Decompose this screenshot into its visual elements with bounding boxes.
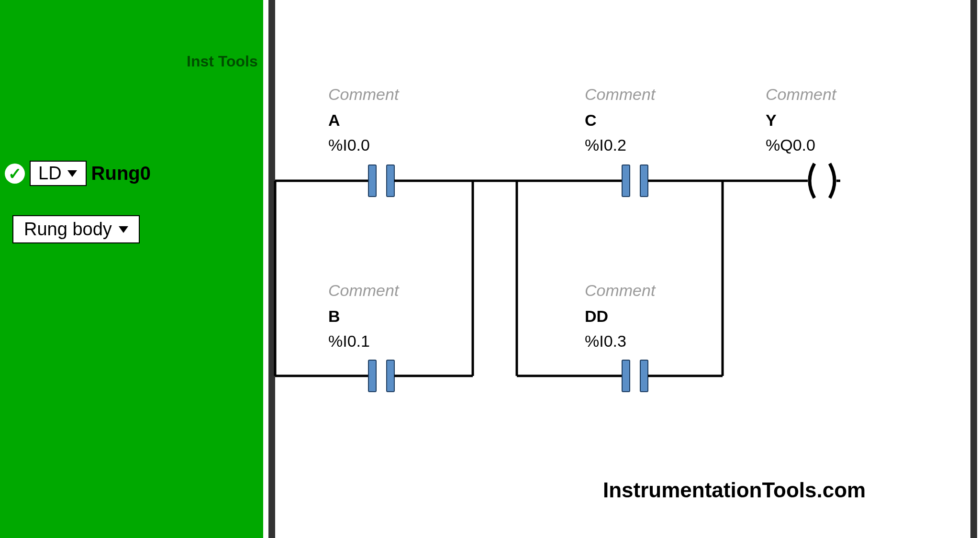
contact-c-comment: Comment [585,84,655,106]
contact-c-label[interactable]: Comment C %I0.2 [585,84,655,156]
contact-a-address: %I0.0 [328,134,399,156]
contact-dd-label[interactable]: Comment DD %I0.3 [585,280,655,352]
coil-y-address: %Q0.0 [766,134,836,156]
contact-a-label[interactable]: Comment A %I0.0 [328,84,399,156]
contact-c-address: %I0.2 [585,134,655,156]
svg-rect-1 [368,165,376,197]
svg-rect-15 [368,360,376,392]
contact-dd-name: DD [585,306,655,328]
contact-c-name: C [585,110,655,132]
contact-a-symbol [368,165,394,197]
contact-c-symbol [622,165,648,197]
ladder-diagram [0,0,980,538]
contact-b-name: B [328,306,399,328]
svg-rect-7 [640,165,648,197]
contact-b-address: %I0.1 [328,330,399,352]
coil-y-name: Y [766,110,836,132]
contact-dd-address: %I0.3 [585,330,655,352]
site-watermark: InstrumentationTools.com [603,478,866,502]
contact-b-comment: Comment [328,280,399,302]
svg-rect-22 [640,360,648,392]
contact-b-label[interactable]: Comment B %I0.1 [328,280,399,352]
svg-rect-2 [387,165,394,197]
svg-rect-21 [622,360,630,392]
contact-b-symbol [368,360,394,392]
coil-y-comment: Comment [766,84,836,106]
contact-dd-symbol [622,360,648,392]
contact-dd-comment: Comment [585,280,655,302]
contact-a-name: A [328,110,399,132]
coil-y-symbol [810,164,835,198]
coil-y-label[interactable]: Comment Y %Q0.0 [766,84,836,156]
contact-a-comment: Comment [328,84,399,106]
svg-rect-16 [387,360,394,392]
svg-rect-6 [622,165,630,197]
